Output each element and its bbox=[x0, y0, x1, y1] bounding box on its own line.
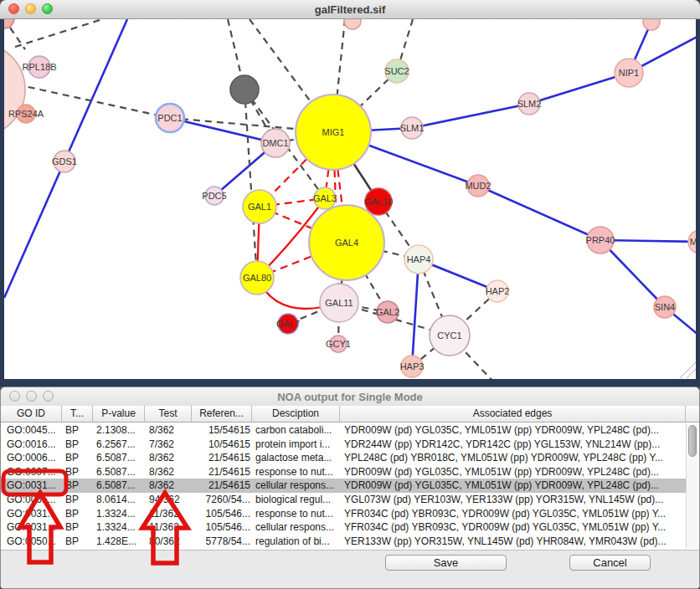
column-header-5[interactable]: Desciption bbox=[252, 406, 340, 422]
table-cell: protein import i... bbox=[252, 438, 340, 452]
node-label-hap4: HAP4 bbox=[407, 254, 431, 264]
table-row-6[interactable]: GO:0031...BP1.3324...11/362105/546...res… bbox=[1, 507, 686, 521]
edge-dash bbox=[15, 19, 102, 47]
table-cell: YDR244W (pp) YDR142C, YDR142C (pp) YGL15… bbox=[340, 438, 686, 452]
noa-window: NOA output for Single Mode GO IDT...P-va… bbox=[0, 387, 700, 589]
table-cell: GO:0007... bbox=[1, 465, 62, 479]
node-label-prp40: PRP40 bbox=[586, 235, 615, 245]
table-cell: GO:0031... bbox=[1, 520, 62, 535]
table-cell: BP bbox=[62, 423, 93, 438]
table-cell: cellular respons... bbox=[252, 479, 340, 493]
table-row-2[interactable]: GO:0006...BP6.5087...8/36221/54615galact… bbox=[1, 451, 686, 465]
table-cell: 8/362 bbox=[145, 451, 192, 465]
minimize-button-inactive[interactable] bbox=[26, 391, 37, 402]
network-canvas[interactable]: RPL18BRPS24AGDS1PDC1DMC1MIG1SUC2SLM1SLM2… bbox=[4, 19, 696, 379]
node-label-gal1: GAL1 bbox=[248, 202, 271, 212]
close-button-inactive[interactable] bbox=[9, 391, 20, 402]
table-cell: BP bbox=[62, 479, 93, 493]
table-cell: 6.2567... bbox=[93, 438, 145, 452]
table-cell: GO:0031... bbox=[1, 479, 62, 493]
node-label-nip1: NIP1 bbox=[619, 68, 639, 78]
node[interactable] bbox=[643, 19, 660, 30]
node-label-hap2: HAP2 bbox=[486, 286, 510, 296]
table-cell: regulation of bi... bbox=[252, 535, 340, 549]
table-row-3[interactable]: GO:0007...BP6.5087...8/36221/54615respon… bbox=[1, 465, 686, 479]
close-button[interactable] bbox=[8, 3, 19, 14]
table-cell: carbon cataboli... bbox=[252, 423, 340, 438]
table-cell: YPL248C (pd) YBR018C, YML051W (pp) YDR00… bbox=[340, 451, 686, 465]
table-cell: YDR009W (pd) YGL035C, YML051W (pp) YDR00… bbox=[340, 479, 686, 493]
table-cell: BP bbox=[62, 438, 93, 452]
table-cell: 105/546... bbox=[192, 520, 252, 535]
column-header-0[interactable]: GO ID bbox=[1, 406, 62, 422]
table-cell: BP bbox=[62, 520, 93, 535]
table-cell: response to nut... bbox=[252, 507, 340, 521]
table-cell: 21/54615 bbox=[192, 465, 252, 479]
zoom-button[interactable] bbox=[42, 3, 53, 14]
node[interactable] bbox=[344, 19, 361, 29]
table-cell: 11/362 bbox=[145, 520, 192, 535]
node-label-gds1: GDS1 bbox=[52, 156, 77, 166]
table-cell: YFR034C (pd) YBR093C, YDR009W (pd) YGL03… bbox=[340, 520, 686, 535]
scrollbar-thumb[interactable] bbox=[688, 425, 697, 457]
table-cell: 94/362 bbox=[145, 493, 192, 507]
table-cell: 8/362 bbox=[145, 423, 192, 438]
edge-blue bbox=[412, 259, 419, 366]
edge-blue bbox=[478, 186, 600, 240]
table-header: GO IDT...P-valueTestReferen...Desciption… bbox=[1, 406, 699, 423]
table-cell: YDR009W (pd) YGL035C, YML051W (pp) YDR00… bbox=[340, 465, 686, 479]
node-label-gal7: GAL7 bbox=[276, 319, 300, 329]
table-cell: 15/54615 bbox=[192, 423, 252, 438]
column-header-4[interactable]: Referen... bbox=[192, 406, 252, 422]
column-header-1[interactable]: T... bbox=[62, 406, 93, 422]
table-cell: YGL073W (pd) YER103W, YER133W (pp) YOR31… bbox=[340, 493, 686, 507]
node[interactable] bbox=[230, 75, 259, 104]
table-cell: response to nut... bbox=[252, 465, 340, 479]
table-cell: BP bbox=[62, 535, 93, 549]
table-cell: 6.5087... bbox=[93, 465, 145, 479]
table-cell: 21/54615 bbox=[192, 479, 252, 493]
screen: { "app": { "title": "galFiltered.sif" },… bbox=[0, 0, 700, 589]
zoom-button-inactive[interactable] bbox=[43, 391, 54, 402]
node-label-gal2: GAL2 bbox=[376, 307, 399, 317]
edge-blue bbox=[412, 104, 529, 128]
save-button[interactable]: Save bbox=[385, 555, 507, 571]
table-cell: BP bbox=[62, 465, 93, 479]
table-cell: 8/362 bbox=[145, 465, 192, 479]
node-label-gal80: GAL80 bbox=[243, 273, 271, 283]
table-cell: GO:0065... bbox=[1, 493, 62, 507]
cancel-button[interactable]: Cancel bbox=[569, 555, 651, 571]
table-cell: 105/546... bbox=[192, 507, 252, 521]
table-cell: GO:0045... bbox=[1, 423, 62, 438]
table-scrollbar[interactable] bbox=[686, 423, 698, 549]
table-cell: YDR009W (pd) YGL035C, YML051W (pp) YDR00… bbox=[340, 423, 686, 438]
minimize-button[interactable] bbox=[25, 3, 36, 14]
table-row-0[interactable]: GO:0045...BP2.1308...8/36215/54615carbon… bbox=[1, 423, 686, 438]
edge-dash bbox=[244, 90, 257, 278]
noa-window-title: NOA output for Single Mode bbox=[1, 391, 699, 403]
node-label-pdc5: PDC5 bbox=[202, 191, 226, 201]
table-cell: YER133W (pp) YOR315W, YNL145W (pd) YHR08… bbox=[340, 535, 686, 549]
column-header-3[interactable]: Test bbox=[145, 406, 192, 422]
node-label-gal4: GAL4 bbox=[335, 238, 358, 248]
table-cell: 1.428E... bbox=[93, 535, 145, 549]
table-row-7[interactable]: GO:0031...BP1.3324...11/362105/546...cel… bbox=[1, 520, 686, 535]
node[interactable] bbox=[4, 19, 14, 28]
node-label-slm2: SLM2 bbox=[517, 99, 542, 109]
noa-titlebar[interactable]: NOA output for Single Mode bbox=[1, 387, 699, 407]
column-header-6[interactable]: Associated edges bbox=[340, 406, 686, 422]
network-window-titlebar[interactable]: galFiltered.sif bbox=[0, 0, 700, 19]
node-label-dmc1: DMC1 bbox=[262, 138, 288, 148]
table-cell: 7/362 bbox=[145, 438, 192, 452]
table-body: GO:0045...BP2.1308...8/36215/54615carbon… bbox=[1, 423, 686, 549]
table-row-5[interactable]: GO:0065...BP8.0614...94/3627260/54...bio… bbox=[1, 493, 686, 507]
table-cell: YFR034C (pd) YBR093C, YDR009W (pd) YGL03… bbox=[340, 507, 686, 521]
table-row-1[interactable]: GO:0016...BP6.2567...7/36210/54615protei… bbox=[1, 438, 686, 452]
table-row-8[interactable]: GO:0050...BP1.428E...80/3625778/54...reg… bbox=[1, 535, 686, 549]
column-header-2[interactable]: P-value bbox=[93, 406, 145, 422]
table-row-4[interactable]: GO:0031...BP6.5087...8/36221/54615cellul… bbox=[1, 479, 686, 493]
window-title: galFiltered.sif bbox=[0, 3, 700, 16]
node-label-rps24a: RPS24A bbox=[8, 109, 44, 119]
edge-blue bbox=[529, 73, 629, 104]
table-cell: 10/54615 bbox=[192, 438, 252, 452]
